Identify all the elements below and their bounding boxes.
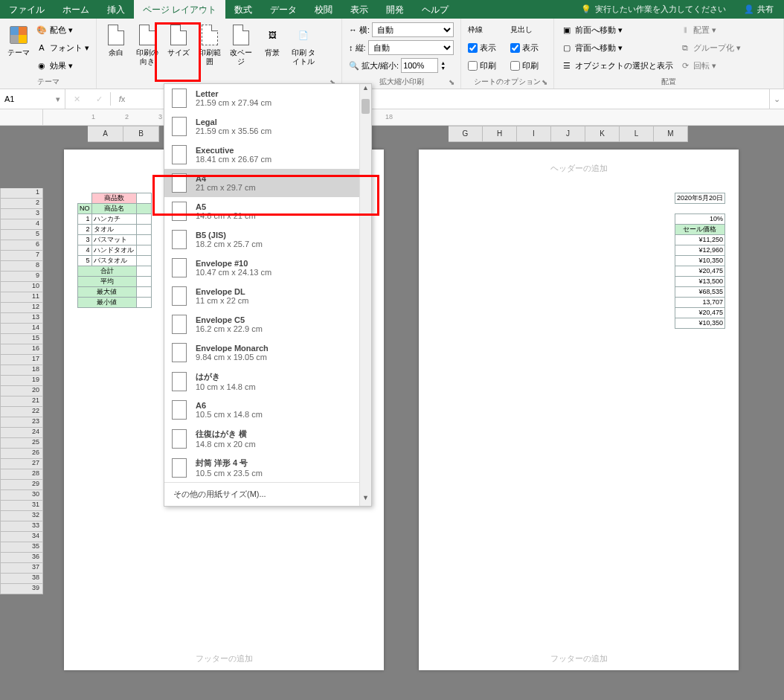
orientation-button[interactable]: 印刷の 向き — [132, 22, 162, 68]
name-box-input[interactable] — [4, 94, 49, 103]
row-header[interactable]: 12 — [0, 303, 43, 313]
headings-print-check[interactable]: 印刷 — [508, 57, 549, 74]
footer-zone-1[interactable]: フッターの追加 — [64, 647, 384, 670]
row-header[interactable]: 7 — [0, 251, 43, 261]
row-header[interactable]: 10 — [0, 282, 43, 292]
print-area-button[interactable]: 印刷範囲 — [195, 22, 225, 68]
scroll-up-icon[interactable]: ▲ — [360, 84, 371, 96]
size-option-Executive[interactable]: Executive18.41 cm x 26.67 cm — [164, 141, 371, 169]
row-header[interactable]: 6 — [0, 240, 43, 251]
row-header[interactable]: 22 — [0, 407, 43, 417]
name-box[interactable]: ▾ — [0, 89, 65, 109]
row-header[interactable]: 2 — [0, 199, 43, 209]
size-option-Letter[interactable]: Letter21.59 cm x 27.94 cm — [164, 84, 371, 112]
row-header[interactable]: 21 — [0, 396, 43, 407]
size-option-Legal[interactable]: Legal21.59 cm x 35.56 cm — [164, 112, 371, 141]
size-option-B5-(JIS)[interactable]: B5 (JIS)18.2 cm x 25.7 cm — [164, 225, 371, 254]
row-header[interactable]: 32 — [0, 511, 43, 521]
size-option-Envelope-#10[interactable]: Envelope #1010.47 cm x 24.13 cm — [164, 254, 371, 282]
width-select[interactable]: 自動 — [372, 22, 454, 37]
colors-button[interactable]: 🎨配色▾ — [33, 22, 91, 38]
footer-zone-2[interactable]: フッターの追加 — [419, 647, 739, 670]
size-option-A4[interactable]: A421 cm x 29.7 cm — [164, 169, 371, 197]
col-header[interactable]: B — [123, 126, 159, 142]
formula-expand-button[interactable]: ⌄ — [769, 89, 784, 109]
row-header[interactable]: 20 — [0, 386, 43, 396]
grid-print-check[interactable]: 印刷 — [466, 57, 507, 74]
enter-formula-button[interactable]: ✓ — [88, 94, 110, 104]
scale-launcher[interactable]: ⬊ — [449, 78, 454, 86]
share-button[interactable]: 👤 共有 — [733, 0, 784, 19]
menu-scrollbar[interactable]: ▲ ▼ — [359, 84, 371, 506]
size-option-往復はがき-横[interactable]: 往復はがき 横14.8 cm x 20 cm — [164, 424, 371, 453]
grid-view-check[interactable]: 表示 — [466, 39, 507, 56]
size-button[interactable]: サイズ — [164, 22, 193, 59]
tab-挿入[interactable]: 挿入 — [98, 0, 134, 19]
col-header[interactable]: A — [88, 126, 123, 142]
tab-開発[interactable]: 開発 — [377, 0, 413, 19]
scroll-down-icon[interactable]: ▼ — [360, 494, 371, 506]
size-option-Envelope-DL[interactable]: Envelope DL11 cm x 22 cm — [164, 282, 371, 310]
row-header[interactable]: 18 — [0, 365, 43, 376]
row-header[interactable]: 33 — [0, 521, 43, 532]
cancel-formula-button[interactable]: ✕ — [65, 94, 88, 104]
row-header[interactable]: 4 — [0, 219, 43, 230]
col-header[interactable]: M — [654, 126, 688, 142]
size-option-Envelope-C5[interactable]: Envelope C516.2 cm x 22.9 cm — [164, 310, 371, 338]
selection-pane-button[interactable]: ☰オブジェクトの選択と表示 — [559, 57, 675, 74]
margins-button[interactable]: 余白 — [101, 22, 131, 59]
row-header[interactable]: 16 — [0, 344, 43, 355]
row-header[interactable]: 34 — [0, 532, 43, 542]
height-select[interactable]: 自動 — [368, 40, 454, 55]
row-header[interactable]: 8 — [0, 261, 43, 272]
name-box-dropdown[interactable]: ▾ — [51, 94, 65, 104]
tab-ページ レイアウト[interactable]: ページ レイアウト — [134, 0, 225, 19]
row-header[interactable]: 17 — [0, 355, 43, 365]
tab-データ[interactable]: データ — [261, 0, 306, 19]
col-header[interactable]: J — [551, 126, 585, 142]
row-header[interactable]: 38 — [0, 574, 43, 584]
themes-button[interactable]: テーマ — [4, 22, 32, 59]
row-header[interactable]: 5 — [0, 230, 43, 240]
send-backward-button[interactable]: ▢背面へ移動▾ — [559, 39, 675, 56]
size-option-A5[interactable]: A514.8 cm x 21 cm — [164, 197, 371, 225]
header-zone-2[interactable]: ヘッダーの追加 — [419, 150, 739, 187]
row-header[interactable]: 29 — [0, 480, 43, 490]
row-header[interactable]: 23 — [0, 417, 43, 428]
row-header[interactable]: 35 — [0, 542, 43, 553]
tab-ファイル[interactable]: ファイル — [0, 0, 54, 19]
row-header[interactable]: 27 — [0, 459, 43, 469]
row-header[interactable]: 13 — [0, 313, 43, 324]
row-header[interactable]: 3 — [0, 209, 43, 219]
row-header[interactable]: 24 — [0, 428, 43, 438]
tell-me-search[interactable]: 💡 実行したい作業を入力してください — [573, 0, 733, 19]
headings-view-check[interactable]: 表示 — [508, 39, 549, 56]
scroll-thumb[interactable] — [362, 99, 370, 114]
col-header[interactable]: L — [620, 126, 654, 142]
tab-表示[interactable]: 表示 — [341, 0, 377, 19]
fonts-button[interactable]: Aフォント▾ — [33, 39, 91, 56]
row-header[interactable]: 14 — [0, 324, 43, 334]
print-titles-button[interactable]: 📄印刷 タイトル — [289, 22, 318, 68]
scale-input[interactable] — [401, 58, 438, 73]
align-button[interactable]: ⫴配置▾ — [677, 22, 743, 38]
more-paper-sizes[interactable]: その他の用紙サイズ(M)... — [164, 482, 371, 506]
tab-ヘルプ[interactable]: ヘルプ — [413, 0, 457, 19]
size-option-Envelope-Monarch[interactable]: Envelope Monarch9.84 cm x 19.05 cm — [164, 338, 371, 367]
row-header[interactable]: 28 — [0, 469, 43, 480]
row-header[interactable]: 26 — [0, 449, 43, 459]
row-header[interactable]: 19 — [0, 376, 43, 386]
size-option-はがき[interactable]: はがき10 cm x 14.8 cm — [164, 367, 371, 396]
sheet-opts-launcher[interactable]: ⬊ — [542, 78, 547, 86]
tab-校閲[interactable]: 校閲 — [306, 0, 341, 19]
size-option-封筒-洋形-4-号[interactable]: 封筒 洋形 4 号10.5 cm x 23.5 cm — [164, 453, 371, 482]
size-option-A6[interactable]: A610.5 cm x 14.8 cm — [164, 396, 371, 424]
fx-button[interactable]: fx — [111, 94, 133, 103]
breaks-button[interactable]: 改ページ — [226, 22, 256, 68]
effects-button[interactable]: ◉効果▾ — [33, 57, 91, 74]
row-header[interactable]: 37 — [0, 563, 43, 574]
col-header[interactable]: I — [517, 126, 551, 142]
scale-down[interactable]: ▼ — [440, 65, 446, 71]
col-header[interactable]: K — [585, 126, 620, 142]
row-header[interactable]: 31 — [0, 501, 43, 511]
